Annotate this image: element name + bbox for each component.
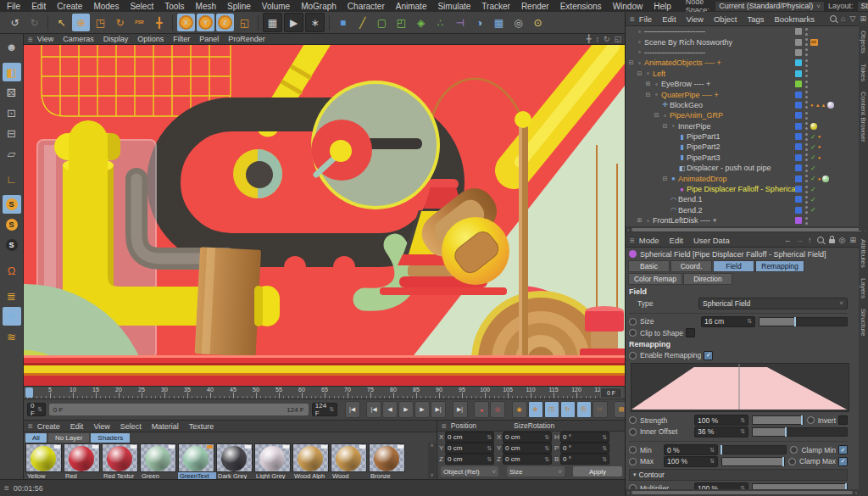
material-wood[interactable]: Wood bbox=[331, 443, 368, 481]
material-menu-create[interactable]: Create bbox=[37, 422, 60, 431]
psr-tool-button[interactable]: PSR bbox=[131, 14, 148, 31]
toggle-view-icon[interactable]: ◱ bbox=[614, 35, 621, 43]
axis-free-button[interactable]: S bbox=[3, 236, 21, 254]
collapse-icon[interactable]: ⊟ bbox=[644, 92, 652, 98]
menu-extensions[interactable]: Extensions bbox=[560, 2, 602, 11]
tab-basic[interactable]: Basic bbox=[628, 260, 670, 272]
visibility-dots[interactable] bbox=[804, 217, 808, 225]
object-row-pipeanim-grp[interactable]: ⊟◦PipeAnim_GRP bbox=[626, 110, 868, 120]
panel-tab-structure[interactable]: Structure bbox=[860, 309, 867, 336]
remapping-curve[interactable] bbox=[631, 363, 849, 412]
material-wood-alph[interactable]: Wood Alph bbox=[292, 443, 330, 481]
coord-system-button[interactable]: ◱ bbox=[236, 14, 253, 31]
layer-color-swatch[interactable] bbox=[795, 143, 802, 150]
object-row-eyebrow[interactable]: ⊞◦EyeBrow ---- + bbox=[626, 79, 868, 89]
visibility-dots[interactable] bbox=[804, 101, 808, 109]
layer-color-swatch[interactable] bbox=[795, 92, 802, 98]
object-row-quaterpipe[interactable]: ⊟◦QuaterPipe ---- + bbox=[626, 89, 868, 99]
layer-color-swatch[interactable] bbox=[795, 81, 802, 87]
scroll-left-icon[interactable]: ‹ bbox=[627, 227, 629, 233]
tab-color-remap[interactable]: Color Remap bbox=[628, 273, 682, 285]
object-row-blockgeo[interactable]: ✛BlockGeo●▲▲ bbox=[626, 100, 868, 110]
play-button[interactable]: ▶ bbox=[398, 401, 414, 418]
material-menu-material[interactable]: Material bbox=[152, 422, 179, 431]
scroll-thumb[interactable] bbox=[632, 228, 861, 231]
layer-color-swatch[interactable] bbox=[795, 186, 802, 192]
layer-color-swatch[interactable] bbox=[795, 164, 802, 171]
layer-color-swatch[interactable] bbox=[795, 133, 802, 140]
material-thumbnail[interactable] bbox=[140, 443, 176, 472]
menu-help[interactable]: Help bbox=[654, 2, 671, 11]
size-x-input[interactable]: 0 cm⇅ bbox=[503, 432, 552, 443]
apply-button[interactable]: Apply bbox=[573, 466, 622, 476]
panel-tab-attributes[interactable]: Attributes bbox=[860, 239, 867, 268]
visibility-dots[interactable] bbox=[804, 196, 808, 203]
keyframe-dot[interactable] bbox=[788, 458, 796, 465]
visibility-dots[interactable] bbox=[804, 28, 808, 36]
goto-start-button[interactable]: |◀ bbox=[345, 401, 360, 418]
expand-icon[interactable]: ⊞ bbox=[644, 81, 652, 87]
ruler-frame-field[interactable]: 0 F bbox=[600, 387, 622, 398]
menu-edit[interactable]: Edit bbox=[31, 2, 46, 11]
field-object-button[interactable]: ◑ bbox=[470, 14, 488, 31]
tab-field[interactable]: Field bbox=[713, 260, 754, 272]
layer-color-swatch[interactable] bbox=[795, 123, 802, 130]
live-selection-button[interactable]: ↖ bbox=[53, 14, 70, 31]
object-row-displacer-push-out-pipe[interactable]: ◧Displacer - push out pipe✓ bbox=[626, 163, 868, 173]
edges-mode-button[interactable]: ⊟ bbox=[3, 124, 21, 142]
object-row-frontleftdisk[interactable]: ⊞◦FrontLeftDisk ---- + bbox=[626, 215, 868, 226]
end-frame-field[interactable]: 124 F⇅ bbox=[312, 403, 337, 416]
hamburger-icon[interactable]: ≡ bbox=[630, 14, 635, 24]
attr-menu-user-data[interactable]: User Data bbox=[693, 236, 730, 245]
panel-tab-layers[interactable]: Layers bbox=[860, 278, 867, 298]
material-yellow[interactable]: Yellow bbox=[25, 443, 63, 481]
object-row-scene-by-rich-nosworthy[interactable]: ◦Scene By Rich Nosworthy bbox=[626, 36, 868, 47]
generator-button[interactable]: ◰ bbox=[392, 14, 410, 31]
pan-view-icon[interactable]: ╋ bbox=[587, 35, 591, 43]
material-red-textur[interactable]: Red Textur bbox=[102, 443, 139, 481]
layer-color-swatch[interactable] bbox=[795, 102, 802, 109]
visibility-dots[interactable] bbox=[804, 112, 808, 120]
min-input[interactable]: 0 %⇅ bbox=[664, 444, 718, 455]
record-rotation-button[interactable]: ↻ bbox=[560, 401, 576, 418]
material-thumbnail[interactable] bbox=[331, 443, 367, 472]
hamburger-icon[interactable]: ≡ bbox=[442, 421, 447, 431]
goto-end-button[interactable]: ▶| bbox=[453, 401, 468, 418]
render-view-button[interactable]: ▦ bbox=[263, 13, 282, 32]
panel-tab-takes[interactable]: Takes bbox=[860, 64, 867, 81]
menu-window[interactable]: Window bbox=[613, 2, 643, 11]
rotation-h-input[interactable]: 0 °⇅ bbox=[560, 432, 609, 443]
prev-key-button[interactable]: |◀ bbox=[366, 401, 381, 418]
material-thumbnail[interactable] bbox=[369, 443, 405, 472]
viewport-menu-options[interactable]: Options bbox=[137, 35, 164, 43]
workplane-grid-button[interactable]: ≣ bbox=[3, 287, 21, 305]
keyframe-dot-icon[interactable]: ● bbox=[818, 176, 821, 181]
enable-remapping-checkbox[interactable] bbox=[704, 351, 713, 360]
record-keyframe-button[interactable]: ● bbox=[474, 401, 489, 418]
material-menu-select[interactable]: Select bbox=[120, 422, 142, 431]
size-input[interactable]: 16 cm⇅ bbox=[701, 316, 755, 327]
target-icon[interactable]: ◎ bbox=[839, 236, 846, 244]
keyframe-selection-button[interactable]: ◉ bbox=[512, 401, 527, 418]
tab-direction[interactable]: Direction bbox=[683, 273, 732, 285]
material-thumbnail[interactable] bbox=[25, 443, 62, 472]
add-panel-icon[interactable]: ⊞ bbox=[860, 14, 866, 23]
menu-tools[interactable]: Tools bbox=[164, 2, 184, 11]
search-icon[interactable] bbox=[817, 237, 824, 243]
menu-select[interactable]: Select bbox=[130, 2, 153, 11]
keyframe-dot[interactable] bbox=[629, 446, 637, 454]
layer-color-swatch[interactable] bbox=[795, 217, 802, 224]
keyframe-dot[interactable] bbox=[629, 352, 637, 359]
menu-create[interactable]: Create bbox=[57, 2, 82, 11]
tag-triangle-icon[interactable]: ▲ bbox=[821, 103, 826, 108]
max-slider[interactable] bbox=[721, 457, 785, 466]
tab-remapping[interactable]: Remapping bbox=[755, 260, 804, 272]
inner-offset-slider[interactable] bbox=[752, 427, 848, 437]
keyframe-dot[interactable] bbox=[790, 446, 798, 454]
materials-scrollbar[interactable]: ˄˅ bbox=[428, 443, 436, 478]
visibility-dots[interactable] bbox=[804, 70, 808, 77]
size-z-input[interactable]: 0 cm⇅ bbox=[503, 454, 552, 465]
om-menu-view[interactable]: View bbox=[687, 14, 704, 24]
object-tree-scrollbar[interactable]: ‹› bbox=[626, 226, 868, 233]
menu-animate[interactable]: Animate bbox=[396, 2, 427, 11]
